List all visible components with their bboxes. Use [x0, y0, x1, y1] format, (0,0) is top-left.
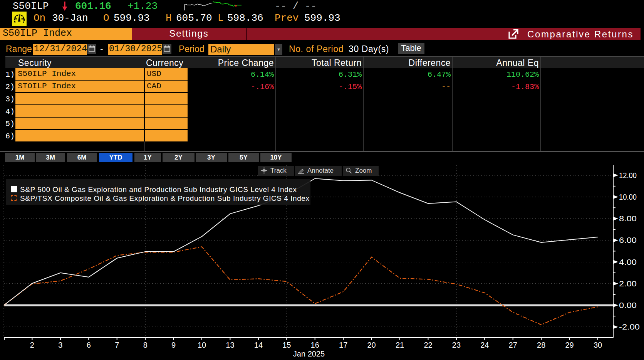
svg-text:8.00: 8.00	[619, 214, 637, 223]
svg-text:28: 28	[537, 341, 545, 349]
svg-text:-2.00: -2.00	[619, 322, 640, 331]
svg-text:7: 7	[115, 341, 119, 349]
svg-text:6: 6	[87, 341, 91, 349]
svg-text:0.00: 0.00	[619, 301, 637, 310]
svg-text:8: 8	[143, 341, 148, 349]
svg-text:Jan 2025: Jan 2025	[293, 350, 325, 358]
svg-text:16: 16	[311, 341, 319, 349]
svg-text:27: 27	[509, 341, 517, 349]
svg-text:15: 15	[282, 341, 291, 349]
svg-text:6.00: 6.00	[619, 236, 637, 244]
svg-text:14: 14	[254, 341, 263, 349]
svg-text:3: 3	[58, 341, 62, 349]
svg-text:21: 21	[396, 341, 404, 349]
svg-text:17: 17	[339, 341, 347, 349]
svg-text:4.00: 4.00	[619, 257, 637, 266]
svg-text:29: 29	[565, 341, 574, 349]
svg-text:10: 10	[198, 341, 206, 349]
svg-text:2.00: 2.00	[619, 279, 637, 288]
svg-text:24: 24	[480, 341, 489, 349]
svg-text:30: 30	[594, 341, 602, 349]
svg-text:20: 20	[367, 341, 376, 349]
svg-text:12.00: 12.00	[619, 171, 637, 180]
svg-text:13: 13	[226, 341, 234, 349]
svg-text:2: 2	[30, 341, 34, 349]
svg-text:22: 22	[424, 341, 432, 349]
svg-text:10.00: 10.00	[619, 192, 637, 201]
svg-text:23: 23	[452, 341, 461, 349]
svg-text:9: 9	[171, 341, 176, 349]
